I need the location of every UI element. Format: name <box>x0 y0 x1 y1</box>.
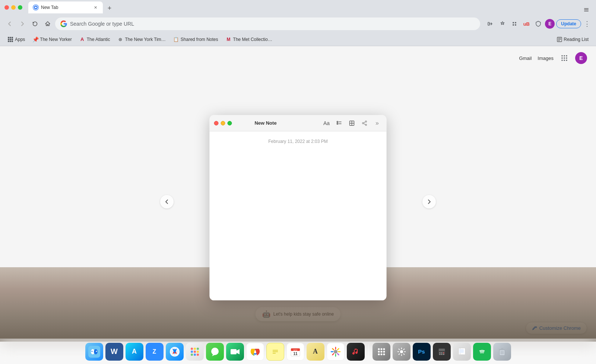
note-table-button[interactable] <box>347 118 357 128</box>
svg-point-26 <box>564 57 565 59</box>
svg-point-92 <box>380 353 382 355</box>
address-bar[interactable]: Search Google or type URL <box>55 17 480 30</box>
svg-point-39 <box>362 122 364 124</box>
dock-facetime[interactable] <box>226 343 244 361</box>
svg-point-86 <box>380 348 382 350</box>
note-body[interactable] <box>219 151 378 293</box>
note-expand-button[interactable]: » <box>372 118 382 128</box>
note-modal: New Note Aa <box>210 115 387 300</box>
svg-point-57 <box>191 351 193 353</box>
new-tab-button[interactable]: + <box>104 3 115 13</box>
svg-point-47 <box>96 351 97 352</box>
maximize-button[interactable] <box>18 5 22 10</box>
dock-music[interactable] <box>347 343 365 361</box>
svg-line-100 <box>403 354 405 355</box>
ntp-profile-avatar[interactable]: E <box>575 52 587 64</box>
dock-launchpad2[interactable] <box>372 343 390 361</box>
atlantic-label: The Atlantic <box>87 37 110 42</box>
toolbar-right: uB E Update ⋮ <box>485 19 592 29</box>
active-tab[interactable]: New Tab ✕ <box>28 1 103 13</box>
bookmark-met[interactable]: M The Met Collectio… <box>223 35 275 44</box>
home-button[interactable] <box>42 19 53 29</box>
bookmark-newyorker[interactable]: 📌 The New Yorker <box>29 35 74 44</box>
svg-point-63 <box>211 348 219 355</box>
ublock-icon[interactable]: uB <box>521 19 532 29</box>
dock-notes[interactable] <box>266 343 284 361</box>
dock-launchpad[interactable] <box>186 343 204 361</box>
svg-point-24 <box>566 55 567 57</box>
note-content[interactable]: February 11, 2022 at 2:03 PM <box>210 131 387 300</box>
dock-word[interactable]: W <box>105 343 123 361</box>
svg-rect-17 <box>12 41 13 42</box>
dock-zoom[interactable]: Z <box>146 343 164 361</box>
reading-list-label: Reading List <box>564 37 589 42</box>
svg-point-8 <box>515 24 516 26</box>
ntp-nav-left-arrow[interactable] <box>160 195 174 208</box>
svg-rect-10 <box>10 37 11 38</box>
bookmark-nytimes[interactable]: ⊛ The New York Tim… <box>114 35 168 44</box>
svg-line-84 <box>332 354 334 355</box>
close-button[interactable] <box>4 5 9 10</box>
svg-point-94 <box>400 350 403 353</box>
extensions-icon[interactable] <box>509 19 520 29</box>
nytimes-label: The New York Tim… <box>125 37 165 42</box>
dock-calendar[interactable]: NOV11 <box>286 343 304 361</box>
dock-separator <box>368 344 369 359</box>
dock-preview[interactable] <box>453 343 471 361</box>
forward-button[interactable] <box>17 19 28 29</box>
bookmark-star-icon[interactable] <box>497 19 508 29</box>
newyorker-label: The New Yorker <box>40 37 72 42</box>
svg-line-82 <box>337 354 339 355</box>
back-button[interactable] <box>4 19 15 29</box>
svg-point-108 <box>439 354 440 355</box>
bookmark-atlantic[interactable]: A The Atlantic <box>76 35 113 44</box>
expand-tabs-icon[interactable] <box>583 6 590 13</box>
note-title: New Note <box>213 120 319 126</box>
note-format-button[interactable]: Aa <box>322 118 332 128</box>
tab-favicon <box>33 4 39 10</box>
chrome-menu-icon[interactable]: ⋮ <box>583 19 592 28</box>
svg-line-41 <box>364 122 365 123</box>
note-share-button[interactable] <box>360 118 370 128</box>
dock-system-prefs[interactable] <box>393 343 410 361</box>
profile-avatar[interactable]: E <box>545 19 555 29</box>
dock-finder[interactable] <box>85 343 103 361</box>
share-icon[interactable] <box>485 19 496 29</box>
svg-point-23 <box>564 55 565 57</box>
dock-chrome[interactable] <box>246 343 264 361</box>
images-link[interactable]: Images <box>538 55 554 61</box>
dock-safari[interactable] <box>166 343 184 361</box>
update-button[interactable]: Update <box>556 19 581 28</box>
shared-notes-label: Shared from Notes <box>181 37 218 42</box>
bookmark-shared-notes[interactable]: 📋 Shared from Notes <box>170 35 221 44</box>
note-checklist-button[interactable] <box>335 118 344 128</box>
bookmark-apps[interactable]: Apps <box>4 35 28 44</box>
reading-list-button[interactable]: Reading List <box>554 35 592 44</box>
svg-point-87 <box>383 348 385 350</box>
chrome-shield-icon[interactable] <box>533 19 543 29</box>
reload-button[interactable] <box>30 19 40 29</box>
dock-spotify[interactable] <box>473 343 491 361</box>
traffic-lights <box>4 5 22 10</box>
svg-point-109 <box>441 354 442 355</box>
dock-calculator[interactable] <box>433 343 451 361</box>
dock-dictionary[interactable]: A <box>307 343 324 361</box>
browser-frame: New Tab ✕ + <box>0 0 596 364</box>
dock-photoshop[interactable]: Ps <box>413 343 431 361</box>
svg-point-91 <box>378 353 380 355</box>
svg-point-59 <box>197 351 199 353</box>
svg-point-6 <box>515 22 516 23</box>
tab-title: New Tab <box>41 5 90 10</box>
svg-rect-2 <box>584 10 589 10</box>
dock-messages[interactable] <box>206 343 224 361</box>
dock-photos[interactable] <box>327 343 345 361</box>
ntp-nav-right-arrow[interactable] <box>422 195 436 208</box>
minimize-button[interactable] <box>11 5 16 10</box>
tab-close-icon[interactable]: ✕ <box>92 4 98 10</box>
google-apps-icon[interactable] <box>559 53 569 63</box>
gmail-link[interactable]: Gmail <box>519 55 532 61</box>
dock-appstore[interactable]: A <box>126 343 143 361</box>
dock-trash[interactable] <box>493 343 511 361</box>
title-bar: New Tab ✕ + <box>0 0 596 15</box>
google-logo-icon <box>60 20 67 27</box>
